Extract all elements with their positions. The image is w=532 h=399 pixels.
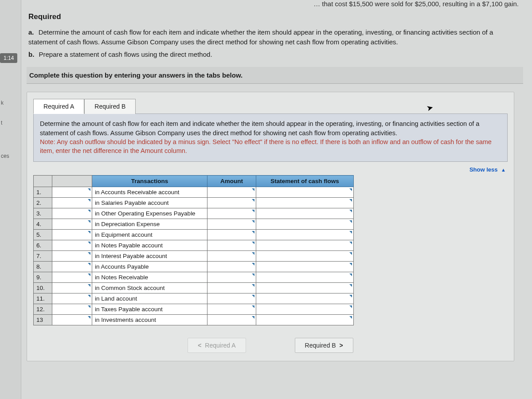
table-row: 1.in Accounts Receivable account <box>34 187 354 198</box>
row-number: 8. <box>34 262 52 272</box>
amount-input[interactable] <box>207 262 256 272</box>
change-direction-select[interactable] <box>52 283 92 293</box>
change-direction-select[interactable] <box>52 315 92 325</box>
dropdown-marker-icon <box>88 199 90 202</box>
requirement-b: b. Prepare a statement of cash flows usi… <box>28 50 514 59</box>
tab-required-a[interactable]: Required A <box>33 99 84 114</box>
change-direction-select[interactable] <box>52 272 92 283</box>
next-tab-button[interactable]: Required B > <box>295 338 353 353</box>
amount-input[interactable] <box>207 187 256 198</box>
transaction-cell: in Notes Payable account <box>92 240 207 251</box>
tab-prompt: Determine the amount of cash flow for ea… <box>33 113 508 162</box>
amount-input[interactable] <box>207 198 256 208</box>
change-direction-select[interactable] <box>52 293 92 304</box>
header-blank-1 <box>34 176 52 187</box>
dropdown-marker-icon <box>88 231 90 234</box>
table-row: 13in Investments account <box>34 315 354 325</box>
show-less-label: Show less <box>469 166 498 173</box>
table-row: 6.in Notes Payable account <box>34 240 354 251</box>
row-number: 5. <box>34 230 52 240</box>
row-number: 1. <box>34 187 52 198</box>
statement-select[interactable] <box>256 262 354 272</box>
dropdown-marker-icon <box>349 188 352 191</box>
statement-select[interactable] <box>256 293 354 304</box>
next-tab-label: Required B <box>305 342 336 349</box>
statement-select[interactable] <box>256 230 354 240</box>
table-row: 12.in Taxes Payable account <box>34 304 354 315</box>
row-number: 11. <box>34 293 52 304</box>
rail-fragment-k: k <box>1 100 4 106</box>
dropdown-marker-icon <box>349 252 352 255</box>
statement-select[interactable] <box>256 219 354 230</box>
transaction-cell: in Interest Payable account <box>92 251 207 262</box>
required-heading: Required <box>28 12 523 21</box>
change-direction-select[interactable] <box>52 240 92 251</box>
transaction-cell: in Other Operating Expenses Payable <box>92 208 207 219</box>
dropdown-marker-icon <box>252 295 254 297</box>
amount-input[interactable] <box>207 251 256 262</box>
amount-input[interactable] <box>207 304 256 315</box>
dropdown-marker-icon <box>252 284 254 287</box>
transaction-cell: in Common Stock account <box>92 283 207 293</box>
row-number: 13 <box>34 315 52 325</box>
change-direction-select[interactable] <box>52 198 92 208</box>
amount-input[interactable] <box>207 230 256 240</box>
dropdown-marker-icon <box>252 252 254 255</box>
statement-select[interactable] <box>256 283 354 293</box>
statement-select[interactable] <box>256 208 354 219</box>
statement-select[interactable] <box>256 198 354 208</box>
dropdown-marker-icon <box>349 199 352 202</box>
answer-grid-wrap: Transactions Amount Statement of cash fl… <box>27 175 514 332</box>
change-direction-select[interactable] <box>52 230 92 240</box>
statement-select[interactable] <box>256 315 354 325</box>
change-direction-select[interactable] <box>52 208 92 219</box>
amount-input[interactable] <box>207 240 256 251</box>
row-number: 7. <box>34 251 52 262</box>
main-content: … that cost $15,500 were sold for $25,00… <box>27 0 523 361</box>
amount-input[interactable] <box>207 315 256 325</box>
dropdown-marker-icon <box>88 242 90 244</box>
chevron-right-icon: > <box>339 342 343 349</box>
change-direction-select[interactable] <box>52 219 92 230</box>
row-number: 4. <box>34 219 52 230</box>
transaction-cell: in Salaries Payable account <box>92 198 207 208</box>
statement-select[interactable] <box>256 187 354 198</box>
dropdown-marker-icon <box>88 252 90 255</box>
amount-input[interactable] <box>207 283 256 293</box>
statement-select[interactable] <box>256 251 354 262</box>
change-direction-select[interactable] <box>52 187 92 198</box>
transaction-cell: in Taxes Payable account <box>92 304 207 315</box>
dropdown-marker-icon <box>88 316 90 319</box>
row-number: 9. <box>34 272 52 283</box>
tab-required-b[interactable]: Required B <box>84 99 136 114</box>
requirement-a-text: Determine the amount of cash flow for ea… <box>28 28 493 46</box>
dropdown-marker-icon <box>349 316 352 319</box>
caret-up-icon: ▲ <box>501 167 506 172</box>
table-row: 3.in Other Operating Expenses Payable <box>34 208 354 219</box>
transaction-cell: in Equipment account <box>92 230 207 240</box>
statement-select[interactable] <box>256 240 354 251</box>
dropdown-marker-icon <box>252 242 254 244</box>
answer-card: Required A Required B Determine the amou… <box>27 92 514 361</box>
transaction-cell: in Notes Receivable <box>92 272 207 283</box>
tab-prompt-note: Note: Any cash outflow should be indicat… <box>40 138 492 154</box>
change-direction-select[interactable] <box>52 304 92 315</box>
dropdown-marker-icon <box>349 220 352 223</box>
table-row: 9.in Notes Receivable <box>34 272 354 283</box>
amount-input[interactable] <box>207 208 256 219</box>
requirement-a-label: a. <box>28 28 34 36</box>
amount-input[interactable] <box>207 272 256 283</box>
header-blank-2 <box>52 176 92 187</box>
dropdown-marker-icon <box>252 199 254 202</box>
show-less-toggle[interactable]: Show less ▲ <box>469 166 506 173</box>
dropdown-marker-icon <box>88 263 90 266</box>
statement-select[interactable] <box>256 272 354 283</box>
amount-input[interactable] <box>207 293 256 304</box>
change-direction-select[interactable] <box>52 251 92 262</box>
dropdown-marker-icon <box>349 305 352 308</box>
amount-input[interactable] <box>207 219 256 230</box>
statement-select[interactable] <box>256 304 354 315</box>
dropdown-marker-icon <box>252 305 254 308</box>
change-direction-select[interactable] <box>52 262 92 272</box>
prev-tab-button[interactable]: < Required A <box>188 338 246 353</box>
